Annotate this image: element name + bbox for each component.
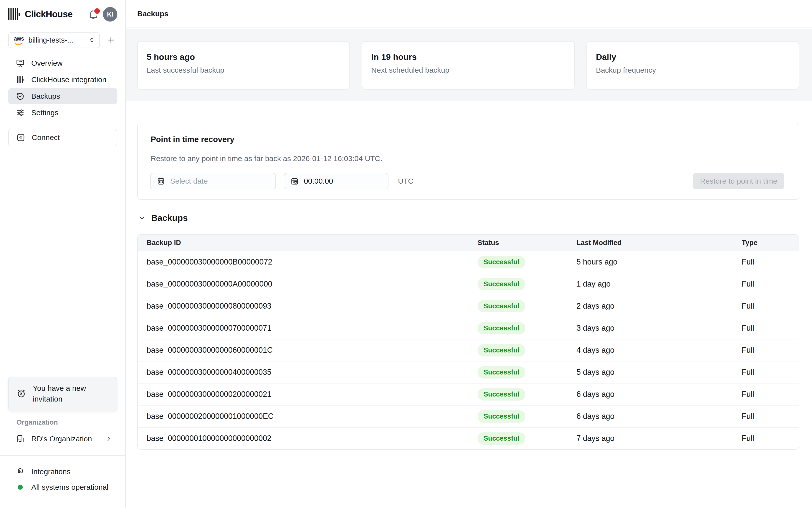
- page-header: Backups: [126, 0, 812, 28]
- sidebar-item-label: Overview: [31, 59, 62, 68]
- integrations-link[interactable]: Integrations: [8, 464, 117, 479]
- backup-id-cell: base_000000030000000800000093: [138, 302, 478, 310]
- type-cell: Full: [742, 346, 799, 355]
- restore-to-point-in-time-button[interactable]: Restore to point in time: [693, 173, 784, 189]
- notification-badge-dot: [93, 7, 101, 15]
- app-title: ClickHouse: [25, 9, 73, 19]
- backups-table: Backup ID Status Last Modified Type base…: [137, 234, 799, 450]
- last-modified-cell: 6 days ago: [576, 412, 742, 421]
- type-cell: Full: [742, 324, 799, 333]
- sidebar-item-backups[interactable]: Backups: [8, 88, 117, 104]
- clickhouse-logo-icon: [8, 8, 20, 20]
- service-selector-label: billing-tests-...: [28, 36, 84, 44]
- type-cell: Full: [742, 302, 799, 310]
- last-modified-cell: 7 days ago: [576, 434, 742, 443]
- type-cell: Full: [742, 257, 799, 266]
- status-badge: Successful: [478, 388, 525, 400]
- date-picker-input[interactable]: Select date: [150, 173, 276, 189]
- last-modified-cell: 3 days ago: [576, 324, 742, 333]
- puzzle-icon: [16, 467, 25, 476]
- column-header-type: Type: [742, 239, 799, 247]
- status-badge: Successful: [478, 432, 525, 444]
- table-row: base_000000010000000000000002 Successful…: [138, 427, 799, 449]
- backup-id-cell: base_00000003000000060000001C: [138, 346, 478, 355]
- status-badge: Successful: [478, 322, 525, 334]
- backup-id-cell: base_000000030000000400000035: [138, 368, 478, 377]
- summary-cards-row: 5 hours ago Last successful backup In 19…: [126, 29, 812, 101]
- card-subtitle: Next scheduled backup: [371, 66, 574, 74]
- calendar-clock-icon: [290, 177, 299, 185]
- alarm-snooze-icon: [16, 388, 26, 398]
- card-subtitle: Backup frequency: [596, 66, 799, 74]
- type-cell: Full: [742, 280, 799, 289]
- table-row: base_000000030000000800000093 Successful…: [138, 295, 799, 317]
- main-content: Backups 5 hours ago Last successful back…: [126, 0, 812, 508]
- card-title: 5 hours ago: [147, 52, 349, 62]
- organization-section-label: Organization: [16, 419, 58, 426]
- type-cell: Full: [742, 390, 799, 399]
- last-modified-cell: 6 days ago: [576, 390, 742, 399]
- table-row: base_000000030000000400000035 Successful…: [138, 361, 799, 383]
- logo-row: ClickHouse KI: [8, 6, 117, 22]
- pitr-title: Point in time recovery: [151, 135, 234, 144]
- add-service-button[interactable]: [104, 34, 117, 47]
- column-header-status: Status: [478, 239, 576, 247]
- backups-section-title: Backups: [151, 213, 188, 223]
- backup-id-cell: base_000000030000000700000071: [138, 324, 478, 333]
- backup-id-cell: base_0000000200000001000000EC: [138, 412, 478, 421]
- sidebar-nav: Overview ClickHouse integration: [8, 55, 117, 121]
- type-cell: Full: [742, 434, 799, 443]
- timezone-label: UTC: [398, 177, 414, 185]
- connect-label: Connect: [32, 133, 60, 142]
- table-row: base_000000030000000A00000000 Successful…: [138, 273, 799, 295]
- organization-switcher[interactable]: RD's Organization: [8, 431, 117, 447]
- connect-button[interactable]: Connect: [8, 129, 117, 146]
- sidebar-item-settings[interactable]: Settings: [8, 105, 117, 121]
- table-row: base_000000030000000700000071 Successful…: [138, 317, 799, 339]
- last-modified-cell: 5 days ago: [576, 368, 742, 377]
- clickhouse-cloud-app: ClickHouse KI aws billing-tests-...: [0, 0, 812, 508]
- status-badge: Successful: [478, 344, 525, 356]
- notifications-bell-icon[interactable]: [88, 8, 99, 20]
- sidebar-item-label: Settings: [31, 109, 58, 117]
- avatar[interactable]: KI: [103, 7, 117, 22]
- invitation-text: You have a new invitation: [33, 383, 103, 404]
- sidebar-divider: [0, 455, 125, 456]
- backups-table-header: Backup ID Status Last Modified Type: [138, 235, 799, 251]
- backups-section-toggle[interactable]: Backups: [138, 213, 188, 223]
- card-title: In 19 hours: [371, 52, 574, 62]
- backup-history-icon: [16, 92, 25, 101]
- pitr-description: Restore to any point in time as far back…: [151, 154, 382, 163]
- backup-id-cell: base_000000010000000000000002: [138, 434, 478, 443]
- sidebar-item-overview[interactable]: Overview: [8, 55, 117, 71]
- clickhouse-bars-icon: [16, 75, 25, 84]
- connect-icon: [16, 133, 25, 142]
- service-selector[interactable]: aws billing-tests-...: [8, 32, 100, 48]
- last-modified-cell: 1 day ago: [576, 280, 742, 289]
- backup-id-cell: base_000000030000000B00000072: [138, 257, 478, 266]
- calendar-icon: [157, 177, 165, 185]
- sidebar-item-label: ClickHouse integration: [31, 75, 106, 84]
- sidebar-item-clickhouse-integration[interactable]: ClickHouse integration: [8, 72, 117, 88]
- status-badge: Successful: [478, 256, 525, 268]
- presentation-icon: [16, 58, 25, 68]
- last-modified-cell: 5 hours ago: [576, 257, 742, 266]
- last-successful-backup-card: 5 hours ago Last successful backup: [137, 41, 350, 90]
- card-title: Daily: [596, 52, 799, 62]
- invitation-banner[interactable]: You have a new invitation: [8, 377, 117, 410]
- table-row: base_00000003000000060000001C Successful…: [138, 339, 799, 361]
- integrations-label: Integrations: [31, 467, 70, 476]
- page-title: Backups: [137, 9, 169, 18]
- sliders-icon: [16, 108, 25, 117]
- organization-name: RD's Organization: [31, 435, 92, 443]
- column-header-backup-id: Backup ID: [138, 239, 478, 247]
- backup-frequency-card: Daily Backup frequency: [586, 41, 799, 90]
- up-down-chevron-icon: [88, 37, 95, 44]
- status-badge: Successful: [478, 278, 525, 290]
- table-row: base_000000030000000200000021 Successful…: [138, 383, 799, 405]
- time-picker-input[interactable]: 00:00:00: [284, 173, 388, 189]
- chevron-down-icon: [138, 214, 146, 222]
- system-status-link[interactable]: All systems operational: [8, 479, 117, 495]
- type-cell: Full: [742, 368, 799, 377]
- status-badge: Successful: [478, 366, 525, 379]
